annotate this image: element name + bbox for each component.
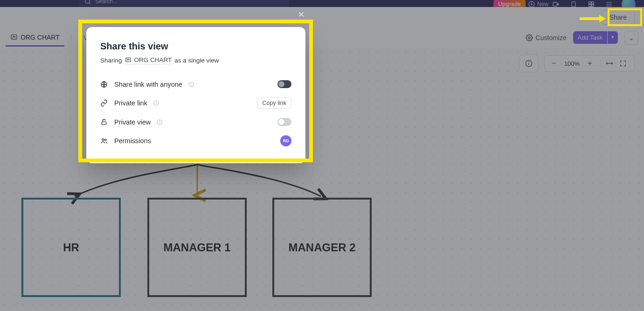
toggle-private-view[interactable] [277, 118, 291, 126]
row-share-anyone: Share link with anyone [100, 76, 291, 93]
globe-icon [100, 81, 109, 88]
whiteboard-icon [125, 57, 132, 63]
share-view-modal: Share this view Sharing ORG CHART as a s… [86, 27, 305, 163]
permission-avatar[interactable]: RD [280, 135, 291, 146]
svg-rect-23 [125, 58, 131, 62]
svg-rect-31 [102, 122, 106, 124]
modal-overlay[interactable]: Share this view Sharing ORG CHART as a s… [0, 0, 644, 311]
info-icon[interactable] [156, 119, 163, 125]
svg-point-34 [159, 121, 160, 121]
row-private-view: Private view [100, 113, 291, 131]
info-icon[interactable] [188, 81, 194, 88]
modal-subline: Sharing ORG CHART as a single view [100, 56, 291, 64]
svg-point-36 [105, 139, 106, 140]
close-icon [297, 10, 305, 19]
copy-link-button[interactable]: Copy link [257, 97, 291, 109]
svg-point-27 [191, 83, 192, 83]
info-icon[interactable] [153, 100, 159, 106]
people-icon [100, 137, 109, 145]
link-icon [100, 99, 109, 107]
modal-title: Share this view [100, 41, 291, 52]
row-private-link: Private link Copy link [100, 93, 291, 113]
toggle-share-anyone[interactable] [277, 80, 291, 88]
close-modal-button[interactable] [295, 8, 307, 21]
lock-open-icon [100, 118, 109, 126]
row-permissions: Permissions RD [100, 131, 291, 151]
svg-point-30 [156, 102, 157, 102]
svg-point-35 [102, 138, 104, 140]
